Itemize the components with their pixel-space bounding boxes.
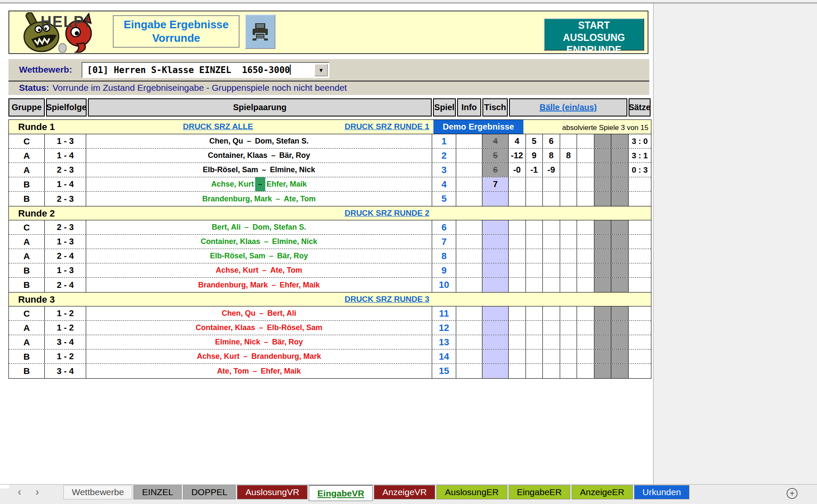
ball-cell[interactable] <box>543 306 560 320</box>
info-cell[interactable] <box>456 364 482 378</box>
ball-cell[interactable] <box>509 306 526 320</box>
ball-cell[interactable] <box>577 321 594 335</box>
ball-cell[interactable] <box>526 235 543 249</box>
start-auslosung-endrunde-button[interactable]: START AUSLOSUNG ENDRUNDE <box>544 18 644 51</box>
header-baelle-link[interactable]: Bälle (ein/aus) <box>509 98 627 117</box>
ball-cell[interactable] <box>509 192 526 206</box>
tisch-cell[interactable] <box>482 335 509 349</box>
ball-cell[interactable] <box>577 177 594 191</box>
ball-cell[interactable] <box>560 134 577 148</box>
ball-cell[interactable] <box>577 249 594 263</box>
ball-cell[interactable]: 6 <box>543 134 560 148</box>
ball-cell[interactable]: -12 <box>509 149 526 163</box>
ball-cell[interactable] <box>526 192 543 206</box>
ball-cell[interactable] <box>577 306 594 320</box>
tab-scroll-right-icon[interactable]: › <box>35 486 39 498</box>
tisch-cell[interactable] <box>482 263 509 277</box>
ball-cell[interactable] <box>577 278 594 292</box>
spielpaarung-cell[interactable]: Chen, Qu–Dom, Stefan S. <box>86 134 432 148</box>
ball-cell[interactable] <box>526 306 543 320</box>
ball-cell[interactable] <box>560 350 577 363</box>
spielpaarung-cell[interactable]: Brandenburg, Mark–Ehfer, Maik <box>86 278 432 292</box>
spielpaarung-cell[interactable]: Container, Klaas–Elb-Rösel, Sam <box>86 321 432 335</box>
spielpaarung-cell[interactable]: Elb-Rösel, Sam–Bär, Roy <box>86 249 432 263</box>
spielpaarung-cell[interactable]: Elmine, Nick–Bär, Roy <box>86 335 432 349</box>
tab-anzeigeer[interactable]: AnzeigeER <box>572 485 633 499</box>
tab-eingabevr[interactable]: EingabeVR <box>309 485 373 501</box>
ball-cell[interactable] <box>577 350 594 363</box>
ball-cell[interactable] <box>577 263 594 277</box>
ball-cell[interactable] <box>577 192 594 206</box>
ball-cell[interactable] <box>577 149 594 163</box>
ball-cell[interactable] <box>509 364 526 378</box>
ball-cell[interactable] <box>526 249 543 263</box>
ball-cell[interactable] <box>526 278 543 292</box>
ball-cell[interactable] <box>577 235 594 249</box>
ball-cell[interactable] <box>543 177 560 191</box>
info-cell[interactable] <box>456 249 482 263</box>
tab-anzeigevr[interactable]: AnzeigeVR <box>374 485 435 499</box>
tisch-cell[interactable] <box>482 278 509 292</box>
info-cell[interactable] <box>456 192 482 206</box>
ball-cell[interactable]: 4 <box>509 134 526 148</box>
tisch-cell[interactable] <box>482 350 509 363</box>
info-cell[interactable] <box>456 335 482 349</box>
ball-cell[interactable] <box>509 235 526 249</box>
ball-cell[interactable] <box>560 278 577 292</box>
demo-ergebnisse-button[interactable]: Demo Ergebnisse <box>433 120 523 134</box>
spielpaarung-cell[interactable]: Ate, Tom–Ehfer, Maik <box>86 364 432 378</box>
tisch-cell[interactable]: 5 <box>482 149 509 163</box>
spielpaarung-cell[interactable]: Bert, Ali–Dom, Stefan S. <box>86 220 432 234</box>
ball-cell[interactable]: -0 <box>509 163 526 177</box>
spielpaarung-cell[interactable]: Container, Klaas–Elmine, Nick <box>86 235 432 249</box>
ball-cell[interactable] <box>560 263 577 277</box>
ball-cell[interactable] <box>577 335 594 349</box>
spielpaarung-cell[interactable]: Achse, Kurt–Ehfer, Maik <box>86 177 432 191</box>
ball-cell[interactable] <box>526 177 543 191</box>
tisch-cell[interactable] <box>482 306 509 320</box>
ball-cell[interactable] <box>526 350 543 363</box>
info-cell[interactable] <box>456 235 482 249</box>
ball-cell[interactable]: 5 <box>526 134 543 148</box>
ball-cell[interactable]: 8 <box>543 149 560 163</box>
tisch-cell[interactable] <box>482 220 509 234</box>
ball-cell[interactable] <box>560 364 577 378</box>
ball-cell[interactable] <box>526 364 543 378</box>
info-cell[interactable] <box>456 177 482 191</box>
ball-cell[interactable] <box>509 263 526 277</box>
ball-cell[interactable] <box>577 364 594 378</box>
tisch-cell[interactable] <box>482 364 509 378</box>
tisch-cell[interactable] <box>482 192 509 206</box>
ball-cell[interactable]: -9 <box>543 163 560 177</box>
tisch-cell[interactable] <box>482 321 509 335</box>
tab-doppel[interactable]: DOPPEL <box>183 485 236 499</box>
ball-cell[interactable] <box>509 220 526 234</box>
tisch-cell[interactable]: 7 <box>482 177 509 191</box>
chevron-down-icon[interactable]: ▼ <box>314 64 328 76</box>
ball-cell[interactable] <box>560 220 577 234</box>
ball-cell[interactable] <box>509 177 526 191</box>
spielpaarung-cell[interactable]: Achse, Kurt–Brandenburg, Mark <box>86 350 432 363</box>
druck-srz-alle-link[interactable]: DRUCK SRZ ALLE <box>129 122 307 131</box>
spielpaarung-cell[interactable]: Elb-Rösel, Sam–Elmine, Nick <box>86 163 432 177</box>
spielpaarung-cell[interactable]: Chen, Qu–Bert, Ali <box>86 306 432 320</box>
ball-cell[interactable] <box>560 192 577 206</box>
print-button[interactable] <box>245 14 275 49</box>
tisch-cell[interactable] <box>482 249 509 263</box>
ball-cell[interactable] <box>509 321 526 335</box>
ball-cell[interactable] <box>509 350 526 363</box>
info-cell[interactable] <box>456 220 482 234</box>
ball-cell[interactable] <box>543 364 560 378</box>
ball-cell[interactable] <box>543 249 560 263</box>
ball-cell[interactable] <box>543 350 560 363</box>
ball-cell[interactable] <box>560 177 577 191</box>
spielpaarung-cell[interactable]: Brandenburg, Mark–Ate, Tom <box>86 192 432 206</box>
tab-auslosunger[interactable]: AuslosungER <box>436 485 507 499</box>
ball-cell[interactable] <box>543 278 560 292</box>
info-cell[interactable] <box>456 278 482 292</box>
ball-cell[interactable] <box>526 335 543 349</box>
ball-cell[interactable] <box>577 220 594 234</box>
ball-cell[interactable] <box>509 335 526 349</box>
info-cell[interactable] <box>456 149 482 163</box>
ball-cell[interactable] <box>543 220 560 234</box>
